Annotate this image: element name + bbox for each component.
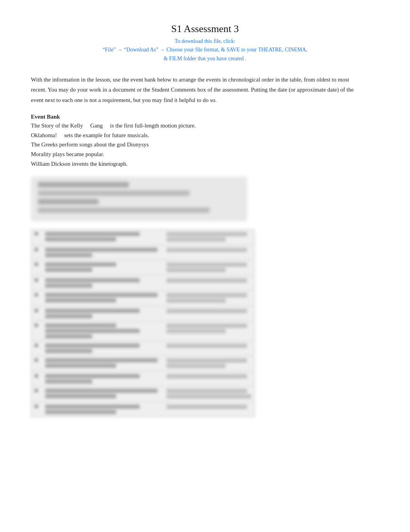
event-bank-item-3: The Greeks perform songs about the god D… [31,140,379,150]
row-input[interactable] [166,309,251,314]
row-text [45,358,163,368]
row-input[interactable] [166,405,251,410]
row-text [45,248,163,257]
row-text [45,293,163,303]
row-dot [34,389,38,393]
intro-paragraph: With the information in the lesson, use … [31,75,363,105]
row-text [45,262,163,272]
row-input[interactable] [166,358,251,369]
table-row[interactable] [31,229,254,245]
table-row[interactable] [31,402,254,417]
table-row[interactable] [31,291,254,306]
row-dot [34,248,38,252]
row-text [45,323,163,338]
table-row[interactable] [31,260,254,276]
row-dot [34,232,38,236]
row-input[interactable] [166,278,251,284]
event-bank-item-1: The Story of the Kelly Gang is the first… [31,121,379,131]
event-bank-section: Event Bank The Story of the Kelly Gang i… [31,114,379,169]
row-dot [34,262,38,266]
table-row[interactable] [31,245,254,260]
row-input[interactable] [166,262,251,273]
row-text [45,405,163,414]
event-bank-item-4: Morality plays became popular. [31,150,379,159]
download-label: To download this file, click: [31,37,379,46]
table-row[interactable] [31,356,254,372]
blurred-content-1 [31,177,247,221]
table-row[interactable] [31,372,254,386]
row-input[interactable] [166,323,251,334]
page-title: S1 Assessment 3 [31,23,379,35]
row-text [45,309,163,318]
row-input[interactable] [166,343,251,349]
row-dot [34,309,38,313]
row-text [45,278,163,288]
row-text [45,232,163,241]
row-dot [34,278,38,282]
download-instruction-1: “File” → “Download As” → Choose your fil… [31,46,379,54]
row-dot [34,374,38,378]
ordered-events-table[interactable] [31,229,379,417]
row-dot [34,323,38,327]
row-text [45,343,163,353]
row-text [45,374,163,384]
row-input[interactable] [166,389,251,399]
table-row[interactable] [31,276,254,291]
row-text [45,389,163,398]
row-input[interactable] [166,232,251,243]
event-bank-item-2: Oklahoma! sets the example for future mu… [31,131,379,140]
row-dot [34,405,38,408]
table-row[interactable] [31,386,254,402]
table-row[interactable] [31,321,254,341]
table-row[interactable] [31,341,254,356]
event-bank-title: Event Bank [31,114,379,120]
row-dot [34,343,38,347]
row-input[interactable] [166,293,251,304]
row-input[interactable] [166,374,251,379]
row-input[interactable] [166,248,251,253]
row-dot [34,293,38,297]
event-bank-item-5: William Dickson invents the kinetograph. [31,159,379,169]
download-instruction-2: & FILM folder that you have created . [31,54,379,63]
table-container [31,229,255,417]
row-dot [34,358,38,362]
table-row[interactable] [31,306,254,321]
download-section: To download this file, click: “File” → “… [31,37,379,63]
